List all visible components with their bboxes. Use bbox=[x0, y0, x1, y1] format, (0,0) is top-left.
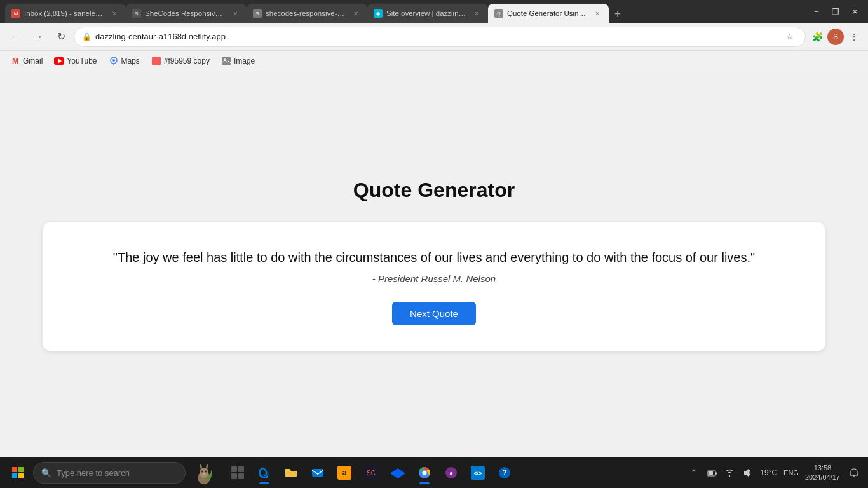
dropbox-button[interactable] bbox=[385, 460, 410, 485]
back-button[interactable]: ← bbox=[5, 27, 25, 47]
address-bar[interactable]: 🔒 dazzling-centaur-a1168d.netlify.app ☆ bbox=[74, 27, 806, 47]
svg-text:SC: SC bbox=[367, 470, 376, 477]
amazon-button[interactable]: a bbox=[332, 460, 357, 485]
bookmark-f95959[interactable]: #f95959 copy bbox=[146, 53, 215, 69]
extensions-button[interactable]: 🧩 bbox=[808, 28, 826, 46]
vscode-button[interactable]: </> bbox=[465, 460, 491, 485]
page-content: Quote Generator "The joy we feel has lit… bbox=[0, 71, 868, 458]
svg-rect-14 bbox=[152, 57, 161, 65]
clock-date: 2024/04/17 bbox=[805, 473, 840, 482]
language-display[interactable]: ENG bbox=[782, 465, 800, 480]
clock[interactable]: 13:58 2024/04/17 bbox=[803, 463, 843, 483]
gmail-favicon: M bbox=[10, 56, 20, 66]
tab-close-site-overview[interactable]: ✕ bbox=[471, 8, 482, 18]
tab-favicon-shecodes1: S bbox=[132, 9, 141, 18]
address-bar-actions: ☆ bbox=[782, 29, 797, 44]
tab-close-inbox[interactable]: ✕ bbox=[109, 8, 119, 18]
bookmark-youtube-label: YouTube bbox=[67, 57, 97, 65]
file-explorer-button[interactable] bbox=[278, 460, 304, 485]
svg-rect-49 bbox=[709, 471, 713, 475]
volume-icon[interactable] bbox=[740, 465, 755, 480]
search-icon: 🔍 bbox=[41, 468, 51, 478]
tab-title-shecodes2: shecodes-responsive-portfo... bbox=[266, 10, 347, 17]
taskbar-apps: a SC bbox=[225, 460, 517, 485]
clock-time: 13:58 bbox=[814, 463, 832, 473]
next-quote-button[interactable]: Next Quote bbox=[392, 302, 476, 325]
tab-favicon-inbox: M bbox=[11, 9, 20, 18]
svg-rect-20 bbox=[18, 473, 24, 478]
image-favicon bbox=[221, 56, 231, 66]
notification-button[interactable] bbox=[845, 464, 863, 482]
tab-quote-generator[interactable]: Q Quote Generator Using HTM... ✕ bbox=[488, 4, 609, 23]
svg-rect-28 bbox=[231, 473, 237, 479]
svg-rect-48 bbox=[715, 473, 717, 475]
search-placeholder-text: Type here to search bbox=[57, 468, 130, 478]
window-controls: − ❐ ✕ bbox=[808, 3, 863, 20]
tab-title-quote-generator: Quote Generator Using HTM... bbox=[507, 10, 588, 17]
bookmark-f95959-favicon bbox=[151, 56, 161, 66]
tab-shecodes2[interactable]: S shecodes-responsive-portfo... ✕ bbox=[247, 4, 367, 23]
forward-button[interactable]: → bbox=[28, 27, 48, 47]
menu-button[interactable]: ⋮ bbox=[845, 28, 863, 46]
tab-site-overview[interactable]: ◆ Site overview | dazzling-cen... ✕ bbox=[367, 4, 488, 23]
svg-text:a: a bbox=[342, 468, 347, 477]
svg-rect-26 bbox=[231, 466, 237, 472]
bookmark-image[interactable]: Image bbox=[216, 53, 260, 69]
tab-close-shecodes1[interactable]: ✕ bbox=[230, 8, 240, 18]
tab-shecodes1[interactable]: S SheCodes Responsive Final P... ✕ bbox=[126, 4, 247, 23]
edge-browser-button[interactable] bbox=[252, 460, 277, 485]
task-view-button[interactable] bbox=[225, 460, 250, 485]
tab-title-inbox: Inbox (2,819) - sanelexegwa... bbox=[24, 10, 105, 17]
tab-inbox[interactable]: M Inbox (2,819) - sanelexegwa... ✕ bbox=[5, 4, 126, 23]
bookmark-f95959-label: #f95959 copy bbox=[164, 57, 210, 65]
svg-point-40 bbox=[423, 471, 427, 475]
mail-button[interactable] bbox=[305, 460, 330, 485]
svg-point-25 bbox=[203, 473, 205, 475]
temperature-display[interactable]: 19°C bbox=[757, 465, 780, 480]
tab-close-shecodes2[interactable]: ✕ bbox=[351, 8, 361, 18]
close-button[interactable]: ✕ bbox=[846, 3, 863, 20]
temperature-text: 19°C bbox=[760, 468, 777, 477]
help-button[interactable]: ? bbox=[492, 460, 517, 485]
tabs-row: M Inbox (2,819) - sanelexegwa... ✕ S She… bbox=[5, 0, 803, 23]
new-tab-button[interactable]: + bbox=[609, 5, 627, 23]
svg-rect-27 bbox=[238, 466, 244, 472]
purple-app-button[interactable]: ● bbox=[438, 460, 464, 485]
language-text: ENG bbox=[783, 469, 799, 477]
bookmark-youtube[interactable]: YouTube bbox=[49, 53, 102, 69]
start-button[interactable] bbox=[5, 460, 31, 485]
taskbar-right: ⌃ bbox=[686, 463, 863, 483]
tab-close-quote-generator[interactable]: ✕ bbox=[592, 8, 602, 18]
quote-author: - President Russel M. Nelson bbox=[372, 273, 496, 284]
power-icon[interactable] bbox=[704, 465, 719, 480]
svg-rect-19 bbox=[12, 473, 17, 478]
title-bar: M Inbox (2,819) - sanelexegwa... ✕ S She… bbox=[0, 0, 868, 23]
game-button[interactable]: SC bbox=[358, 460, 384, 485]
maximize-button[interactable]: ❐ bbox=[827, 3, 844, 20]
browser-frame: M Inbox (2,819) - sanelexegwa... ✕ S She… bbox=[0, 0, 868, 488]
minimize-button[interactable]: − bbox=[808, 3, 825, 20]
svg-text:S: S bbox=[135, 11, 138, 17]
tab-title-site-overview: Site overview | dazzling-cen... bbox=[386, 10, 468, 17]
network-icon[interactable] bbox=[722, 465, 737, 480]
squirrel-mascot bbox=[188, 460, 220, 485]
svg-text:●: ● bbox=[449, 470, 453, 477]
bookmark-gmail-label: Gmail bbox=[23, 57, 43, 65]
nav-right: 🧩 S ⋮ bbox=[808, 28, 863, 46]
bookmark-gmail[interactable]: M Gmail bbox=[5, 53, 48, 69]
svg-rect-17 bbox=[12, 467, 17, 472]
svg-point-22 bbox=[200, 468, 208, 478]
svg-rect-18 bbox=[18, 467, 24, 472]
taskbar-search[interactable]: 🔍 Type here to search bbox=[33, 462, 186, 484]
quote-card: "The joy we feel has little to do with t… bbox=[43, 222, 824, 351]
system-tray-expand[interactable]: ⌃ bbox=[686, 465, 702, 480]
tab-favicon-site-overview: ◆ bbox=[374, 9, 383, 18]
profile-avatar[interactable]: S bbox=[827, 29, 844, 45]
chrome-button[interactable] bbox=[412, 460, 437, 485]
security-lock-icon: 🔒 bbox=[82, 32, 92, 41]
bookmark-maps[interactable]: Maps bbox=[104, 53, 145, 69]
svg-point-13 bbox=[112, 59, 115, 62]
reload-button[interactable]: ↻ bbox=[51, 27, 71, 47]
bookmark-page-icon[interactable]: ☆ bbox=[782, 29, 797, 44]
svg-rect-29 bbox=[238, 473, 244, 479]
